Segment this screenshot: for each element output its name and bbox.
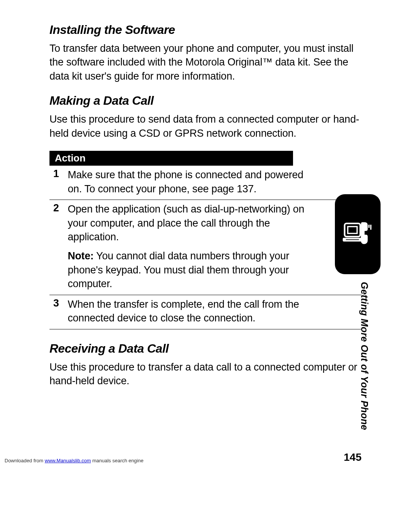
action-row: 1 Make sure that the phone is connected … bbox=[49, 166, 362, 200]
body-receiving-call: Use this procedure to transfer a data ca… bbox=[49, 360, 362, 388]
section-label-vertical: Getting More Out of Your Phone bbox=[359, 282, 370, 446]
note-text: You cannot dial data numbers through you… bbox=[68, 250, 289, 289]
heading-receiving-call: Receiving a Data Call bbox=[49, 342, 362, 356]
step-text: Make sure that the phone is connected an… bbox=[68, 168, 362, 196]
body-installing: To transfer data between your phone and … bbox=[49, 42, 362, 83]
footer-link[interactable]: www.Manualslib.com bbox=[45, 458, 91, 463]
step-number: 2 bbox=[49, 202, 68, 291]
step-number: 3 bbox=[49, 297, 68, 325]
page-number: 145 bbox=[344, 451, 362, 463]
footer-suffix: manuals search engine bbox=[91, 458, 143, 463]
svg-rect-1 bbox=[348, 227, 357, 233]
step-text: When the transfer is complete, end the c… bbox=[68, 297, 362, 325]
svg-rect-0 bbox=[345, 224, 360, 236]
step-number: 1 bbox=[49, 168, 68, 196]
manual-page: Installing the Software To transfer data… bbox=[0, 0, 411, 532]
action-header: Action bbox=[49, 151, 293, 166]
footer-source: Downloaded from www.Manualslib.com manua… bbox=[5, 458, 143, 463]
step-text: Open the application (such as dial-up-ne… bbox=[68, 202, 362, 291]
action-table: 1 Make sure that the phone is connected … bbox=[49, 166, 362, 329]
computer-phone-icon bbox=[342, 218, 373, 251]
footer-prefix: Downloaded from bbox=[5, 458, 45, 463]
action-row: 3 When the transfer is complete, end the… bbox=[49, 295, 362, 329]
heading-making-call: Making a Data Call bbox=[49, 94, 362, 108]
action-row: 2 Open the application (such as dial-up-… bbox=[49, 200, 362, 295]
section-tab bbox=[335, 194, 381, 274]
step-main: Open the application (such as dial-up-ne… bbox=[68, 203, 304, 243]
note-label: Note: bbox=[68, 250, 94, 262]
step-note: Note: You cannot dial data numbers throu… bbox=[68, 249, 312, 291]
heading-installing: Installing the Software bbox=[49, 23, 362, 37]
body-making-call: Use this procedure to send data from a c… bbox=[49, 112, 362, 140]
